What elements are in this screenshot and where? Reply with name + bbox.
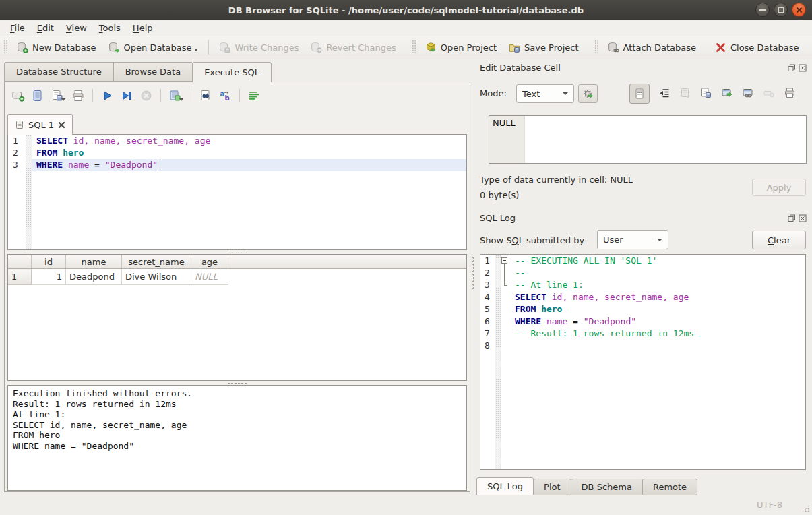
new-sql-tab-button[interactable] xyxy=(11,89,25,102)
save-data-button[interactable] xyxy=(700,87,712,101)
dock-tab-sql-log[interactable]: SQL Log xyxy=(476,477,534,495)
save-project-button[interactable]: Save Project xyxy=(503,38,585,57)
attach-database-icon xyxy=(608,42,619,53)
print-sql-button[interactable] xyxy=(71,89,85,102)
link-window-icon xyxy=(742,87,754,99)
toolbar-drag-handle[interactable] xyxy=(3,40,7,55)
chevron-down-icon xyxy=(563,92,568,95)
column-header-id[interactable]: id xyxy=(32,255,66,269)
column-header-age[interactable]: age xyxy=(191,255,228,269)
save-results-button[interactable] xyxy=(168,89,183,102)
fold-gutter xyxy=(501,303,510,315)
close-panel-icon[interactable] xyxy=(799,214,807,222)
editor-margin xyxy=(495,267,501,279)
code-text xyxy=(510,340,805,352)
close-panel-icon[interactable] xyxy=(799,64,807,72)
titlebar[interactable]: DB Browser for SQLite - /home/user/code/… xyxy=(0,0,812,21)
menu-help[interactable]: Help xyxy=(127,21,159,35)
fold-marker[interactable] xyxy=(501,255,510,267)
editor-margin xyxy=(495,255,501,267)
menu-view[interactable]: View xyxy=(60,21,93,35)
menu-tools[interactable]: Tools xyxy=(93,21,127,35)
close-button[interactable] xyxy=(792,3,806,17)
sql-tab[interactable]: SQL 1 xyxy=(7,114,73,135)
results-grid[interactable]: idnamesecret_nameage11DeadpondDive Wilso… xyxy=(7,254,467,381)
column-header-secret_name[interactable]: secret_name xyxy=(122,255,191,269)
execute-line-button[interactable] xyxy=(120,89,133,102)
encoding-indicator[interactable]: UTF-8 xyxy=(757,499,782,510)
tab-label: Database Structure xyxy=(16,67,102,77)
submitted-by-select[interactable]: User xyxy=(597,230,668,249)
dock-tab-plot[interactable]: Plot xyxy=(534,479,571,495)
toolbar-drag-handle[interactable] xyxy=(594,40,598,55)
cell-name[interactable]: Deadpond xyxy=(66,269,122,285)
row-header[interactable]: 1 xyxy=(8,269,32,285)
tab-execute-sql[interactable]: Execute SQL xyxy=(192,62,272,82)
toolbar-separator xyxy=(92,89,93,102)
attach-database-label: Attach Database xyxy=(623,42,696,53)
open-database-dropdown-icon[interactable] xyxy=(194,49,198,51)
find-button[interactable] xyxy=(199,89,212,102)
table-row: 11DeadpondDive WilsonNULL xyxy=(8,269,466,285)
fold-marker xyxy=(501,267,510,279)
cell-id[interactable]: 1 xyxy=(32,269,66,285)
open-sql-file-button[interactable] xyxy=(31,89,44,102)
clear-log-button[interactable]: Clear xyxy=(752,231,806,249)
print-cell-button[interactable] xyxy=(784,87,796,101)
cell-age[interactable]: NULL xyxy=(191,269,228,285)
splitter-handle-icon xyxy=(227,382,247,384)
format-sql-icon xyxy=(247,89,261,102)
new-database-button[interactable]: New Database xyxy=(11,38,102,57)
copy-link-button[interactable] xyxy=(742,87,754,101)
mode-value: Text xyxy=(522,89,540,99)
pane-splitter[interactable] xyxy=(472,256,475,290)
float-panel-icon[interactable] xyxy=(788,64,796,72)
dock-tab-db-schema[interactable]: DB Schema xyxy=(571,479,643,495)
sql-log-view[interactable]: 1-- EXECUTING ALL IN 'SQL 1'2--3-- At li… xyxy=(480,254,806,470)
maximize-button[interactable] xyxy=(774,3,788,17)
tab-database-structure[interactable]: Database Structure xyxy=(4,62,113,82)
line-number: 1 xyxy=(480,255,495,267)
close-database-button[interactable]: Close Database xyxy=(709,38,805,57)
cell-value-editor[interactable]: NULL xyxy=(489,115,807,164)
open-project-icon xyxy=(425,42,437,53)
tab-browse-data[interactable]: Browse Data xyxy=(113,62,193,82)
find-replace-button[interactable]: ab xyxy=(218,89,232,102)
corner-header[interactable] xyxy=(8,255,32,269)
attach-database-button[interactable]: Attach Database xyxy=(602,38,702,57)
toolbar-drag-handle[interactable] xyxy=(412,40,416,55)
maximize-icon xyxy=(778,7,784,13)
close-tab-icon[interactable] xyxy=(58,121,65,129)
open-in-external-button[interactable] xyxy=(721,87,733,101)
write-changes-label: Write Changes xyxy=(235,42,299,53)
execute-all-button[interactable] xyxy=(100,89,114,102)
execution-message[interactable]: Execution finished without errors. Resul… xyxy=(7,385,467,491)
code-text: -- xyxy=(510,267,805,279)
menu-file[interactable]: File xyxy=(4,21,31,35)
text-view-button[interactable] xyxy=(629,84,650,104)
wrap-text-button[interactable] xyxy=(658,87,670,101)
minimize-button[interactable] xyxy=(755,3,770,17)
svg-text:a: a xyxy=(220,90,225,98)
save-sql-dropdown-icon[interactable] xyxy=(61,98,65,101)
sql-log-panel-title: SQL Log xyxy=(480,213,516,223)
column-header-name[interactable]: name xyxy=(66,255,122,269)
dock-tab-remote[interactable]: Remote xyxy=(643,479,697,495)
open-database-button[interactable]: Open Database xyxy=(102,38,205,57)
sql-editor[interactable]: 1SELECT id, name, secret_name, age2FROM … xyxy=(7,134,467,250)
editor-margin xyxy=(495,328,501,340)
float-panel-icon[interactable] xyxy=(788,214,796,222)
code-text: SELECT id, name, secret_name, age xyxy=(510,291,805,303)
cell-secret_name[interactable]: Dive Wilson xyxy=(122,269,191,285)
fold-gutter xyxy=(501,340,510,352)
mode-select[interactable]: Text xyxy=(516,84,574,103)
line-number: 8 xyxy=(480,340,495,352)
save-sql-file-button[interactable] xyxy=(51,89,65,102)
format-sql-button[interactable] xyxy=(247,89,261,102)
save-results-dropdown-icon[interactable] xyxy=(179,98,183,101)
menu-edit[interactable]: Edit xyxy=(31,21,60,35)
cell-settings-button[interactable] xyxy=(578,84,598,103)
line-number: 5 xyxy=(480,303,495,315)
resize-grip[interactable] xyxy=(801,504,810,513)
open-project-button[interactable]: Open Project xyxy=(419,38,503,57)
